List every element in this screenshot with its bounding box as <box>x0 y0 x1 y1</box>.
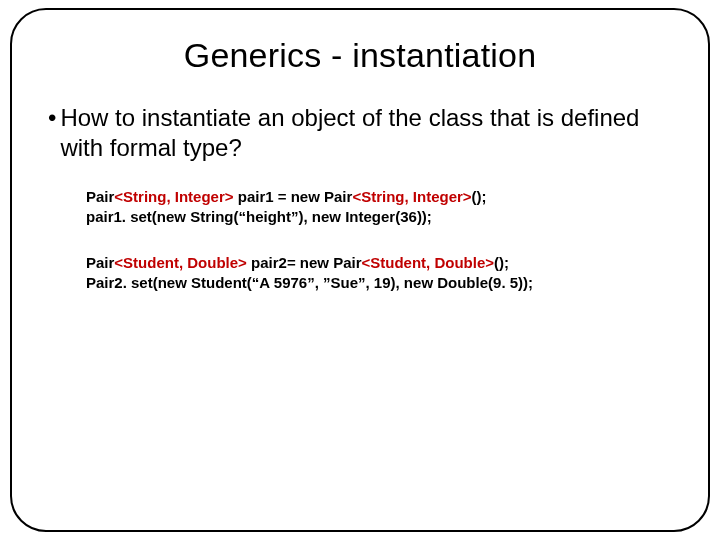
slide-title: Generics - instantiation <box>42 36 678 75</box>
code-line: Pair2. set(new Student(“A 5976”, ”Sue”, … <box>86 273 678 293</box>
code-line: pair1. set(new String(“height”), new Int… <box>86 207 678 227</box>
code-text: (); <box>472 188 487 205</box>
code-generic-param: <String, Integer> <box>114 188 233 205</box>
bullet-dot: • <box>48 103 56 133</box>
code-text: Pair <box>86 188 114 205</box>
bullet-item: • How to instantiate an object of the cl… <box>42 103 678 163</box>
code-text: (); <box>494 254 509 271</box>
code-line: Pair<String, Integer> pair1 = new Pair<S… <box>86 187 678 207</box>
code-block-2: Pair<Student, Double> pair2= new Pair<St… <box>86 253 678 293</box>
code-text: pair1 = new Pair <box>234 188 353 205</box>
slide-frame: Generics - instantiation • How to instan… <box>10 8 710 532</box>
code-line: Pair<Student, Double> pair2= new Pair<St… <box>86 253 678 273</box>
code-generic-param: <String, Integer> <box>352 188 471 205</box>
code-generic-param: <Student, Double> <box>114 254 247 271</box>
code-text: pair2= new Pair <box>247 254 362 271</box>
bullet-text: How to instantiate an object of the clas… <box>60 103 672 163</box>
code-block-1: Pair<String, Integer> pair1 = new Pair<S… <box>86 187 678 227</box>
code-generic-param: <Student, Double> <box>362 254 495 271</box>
code-text: Pair <box>86 254 114 271</box>
